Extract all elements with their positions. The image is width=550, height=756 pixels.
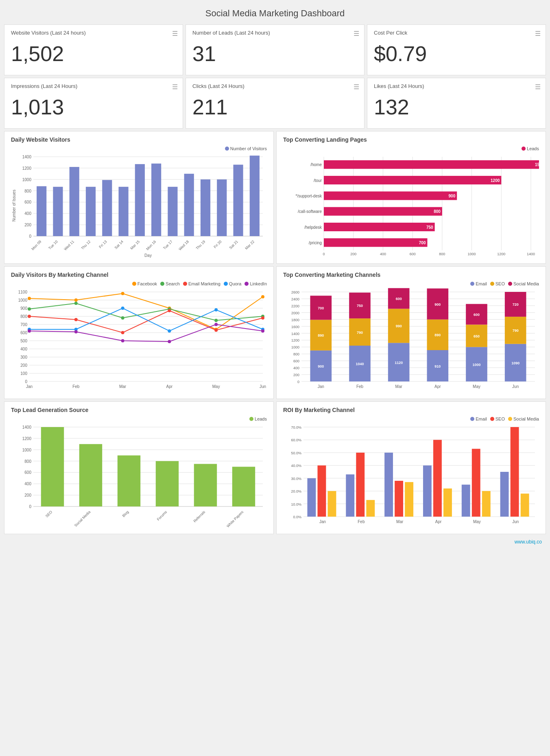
svg-text:/tour: /tour	[314, 178, 322, 183]
svg-text:100: 100	[20, 371, 27, 376]
svg-text:1000: 1000	[291, 345, 299, 349]
svg-text:60.0%: 60.0%	[291, 438, 301, 442]
svg-text:1400: 1400	[291, 332, 299, 336]
svg-text:Fri 20: Fri 20	[213, 239, 222, 249]
svg-text:1120: 1120	[395, 361, 403, 365]
svg-text:Social Media: Social Media	[74, 510, 92, 528]
kpi-label-5: Likes (Last 24 Hours)	[374, 83, 539, 89]
svg-text:1090: 1090	[511, 361, 519, 365]
legend-label-email-ch: Email	[476, 281, 487, 286]
svg-text:2600: 2600	[291, 290, 299, 294]
svg-rect-270	[443, 489, 452, 517]
svg-text:Feb: Feb	[358, 519, 365, 524]
svg-text:White Papers: White Papers	[226, 510, 244, 528]
svg-rect-20	[53, 187, 63, 236]
svg-point-137	[121, 339, 124, 342]
svg-text:800: 800	[439, 252, 445, 256]
svg-rect-238	[232, 467, 255, 507]
legend-item-leads: Leads	[522, 146, 539, 151]
legend-dot-email-ch	[470, 282, 474, 286]
menu-icon-5[interactable]: ☰	[535, 83, 541, 91]
svg-rect-265	[395, 481, 403, 517]
legend-item-lead-gen: Leads	[249, 416, 267, 421]
svg-text:1200: 1200	[22, 166, 32, 171]
svg-text:Mar: Mar	[395, 384, 403, 389]
legend-seo-roi: SEO	[490, 416, 505, 421]
landing-pages-chart: 02004006008001000120014001500/home1200/t…	[283, 153, 539, 259]
svg-text:2000: 2000	[291, 311, 299, 315]
menu-icon-1[interactable]: ☰	[354, 30, 359, 37]
svg-text:SEO: SEO	[45, 510, 53, 518]
svg-text:800: 800	[24, 189, 31, 193]
svg-text:800: 800	[24, 459, 31, 464]
svg-text:400: 400	[380, 252, 386, 256]
legend-dot-social-roi	[508, 417, 512, 421]
svg-text:Tue 17: Tue 17	[162, 239, 173, 250]
legend-label-seo-roi: SEO	[495, 416, 505, 421]
legend-label-linkedin: LinkedIn	[250, 281, 267, 286]
svg-text:890: 890	[318, 333, 324, 337]
svg-text:600: 600	[410, 252, 416, 256]
svg-text:720: 720	[513, 302, 519, 307]
svg-text:400: 400	[24, 211, 31, 216]
kpi-label-1: Number of Leads (Last 24 hours)	[192, 30, 358, 36]
svg-text:800: 800	[293, 352, 299, 356]
svg-text:750: 750	[357, 304, 363, 308]
legend-label-visitors: Number of Visitors	[230, 146, 267, 151]
legend-label-facebook: Facebook	[138, 281, 157, 286]
daily-visitors-svg: Number of Issues020040060080010001200140…	[11, 153, 267, 259]
svg-rect-75	[324, 223, 435, 231]
legend-label-email-mkt: Email Marketing	[188, 281, 220, 286]
charts-row-2: Daily Visitors By Marketing Channel Face…	[4, 266, 546, 399]
legend-dot-seo-roi	[490, 417, 494, 421]
kpi-card-4: Clicks (Last 24 Hours) 211 ☰	[186, 78, 364, 129]
svg-text:0: 0	[297, 380, 299, 384]
roi-legend: Email SEO Social Media	[283, 416, 539, 421]
svg-text:1200: 1200	[291, 338, 299, 342]
legend-dot-visitors	[225, 147, 229, 151]
svg-text:Apr: Apr	[434, 384, 441, 389]
legend-label-seo-ch: SEO	[495, 281, 505, 286]
legend-label-search: Search	[166, 281, 180, 286]
legend-email-mkt: Email Marketing	[183, 281, 220, 286]
legend-dot-social-ch	[508, 282, 512, 286]
svg-point-135	[28, 329, 31, 333]
svg-rect-28	[118, 187, 128, 236]
svg-rect-274	[482, 491, 491, 517]
svg-text:200: 200	[20, 363, 27, 368]
svg-text:990: 990	[396, 324, 402, 328]
top-channels-chart: 0200400600800100012001400160018002000220…	[283, 288, 539, 394]
svg-point-131	[121, 307, 124, 310]
menu-icon-0[interactable]: ☰	[172, 30, 178, 37]
menu-icon-3[interactable]: ☰	[172, 83, 178, 91]
svg-text:Fri 13: Fri 13	[98, 239, 107, 249]
svg-point-113	[121, 292, 124, 295]
svg-text:Blog: Blog	[122, 510, 130, 518]
charts-row-3: Top Lead Generation Source Leads 0200400…	[4, 401, 546, 534]
kpi-row-2: Impressions (Last 24 Hours) 1,013 ☰ Clic…	[4, 78, 546, 129]
marketing-channel-svg: 010020030040050060070080090010001100JanF…	[11, 288, 267, 394]
svg-point-119	[121, 316, 124, 320]
lead-gen-svg: 0200400600800100012001400SEOSocial Media…	[11, 423, 267, 529]
legend-item-visitors: Number of Visitors	[225, 146, 267, 151]
menu-icon-4[interactable]: ☰	[354, 83, 359, 91]
svg-text:10.0%: 10.0%	[291, 502, 301, 506]
svg-text:800: 800	[20, 314, 27, 319]
legend-email-ch: Email	[470, 281, 487, 286]
svg-rect-256	[307, 478, 316, 517]
menu-icon-2[interactable]: ☰	[535, 30, 541, 37]
svg-text:0: 0	[29, 504, 31, 509]
svg-rect-18	[37, 186, 46, 236]
svg-point-123	[28, 315, 31, 318]
svg-text:1200: 1200	[22, 436, 32, 441]
svg-point-139	[214, 323, 218, 326]
kpi-card-2: Cost Per Click $0.79 ☰	[367, 24, 546, 75]
top-channels-card: Top Converting Marketing Channels Email …	[276, 266, 546, 399]
svg-text:*/support-desk: */support-desk	[296, 194, 322, 198]
kpi-value-3: 1,013	[11, 91, 176, 123]
svg-rect-40	[217, 180, 227, 236]
svg-text:900: 900	[449, 194, 456, 198]
svg-text:300: 300	[20, 355, 27, 359]
legend-search: Search	[160, 281, 180, 286]
svg-rect-32	[151, 164, 161, 236]
